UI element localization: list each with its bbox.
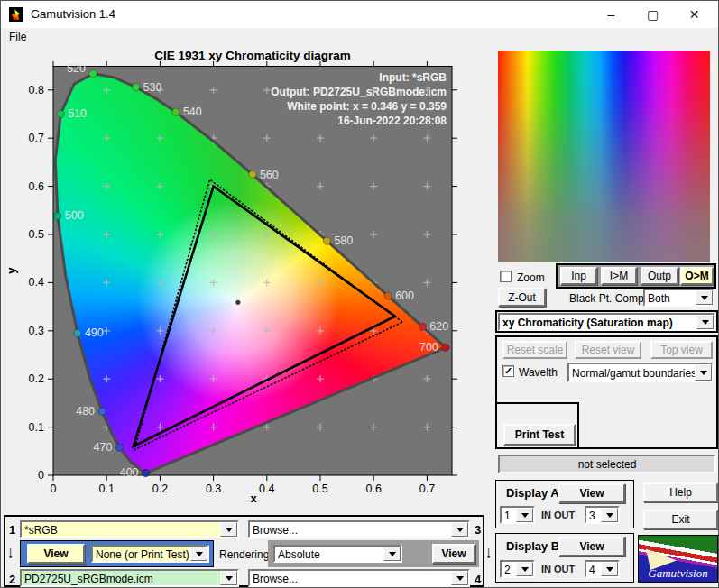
svg-text:540: 540 bbox=[183, 106, 202, 118]
display-b-title: Display B bbox=[506, 539, 559, 553]
app-icon bbox=[9, 7, 23, 22]
reset-scale-button[interactable]: Reset scale bbox=[502, 341, 567, 359]
o-to-m-button[interactable]: O>M bbox=[680, 267, 714, 285]
svg-text:400: 400 bbox=[120, 466, 139, 479]
svg-text:0.2: 0.2 bbox=[29, 372, 44, 385]
svg-text:0: 0 bbox=[38, 469, 44, 482]
print-test-option: None (or Print Test) bbox=[93, 547, 190, 561]
title-bar[interactable]: Gamutvision 1.4 – ▢ ✕ bbox=[1, 1, 718, 28]
output-profile-select[interactable]: PD2725U_sRGBmode.icm bbox=[20, 569, 239, 587]
dropdown-arrow-icon[interactable] bbox=[516, 508, 533, 522]
i-to-m-button[interactable]: I>M bbox=[601, 267, 637, 285]
zoom-checkbox[interactable] bbox=[500, 271, 512, 282]
input-profile-select[interactable]: *sRGB bbox=[20, 520, 239, 538]
black-pt-comp-label: Black Pt. Comp. bbox=[569, 292, 647, 305]
svg-text:500: 500 bbox=[65, 209, 84, 222]
svg-text:0.7: 0.7 bbox=[419, 482, 435, 495]
view-mode-select[interactable]: xy Chromaticity (Saturation map) bbox=[498, 313, 715, 331]
inp-button[interactable]: Inp bbox=[560, 267, 597, 285]
rendering-intent-select[interactable]: Absolute bbox=[273, 545, 402, 563]
display-b-out-select[interactable]: 4 bbox=[585, 560, 620, 578]
output-profile-value: PD2725U_sRGBmode.icm bbox=[22, 571, 220, 585]
boundaries-value: Normal/gamut boundaries bbox=[569, 364, 695, 381]
black-pt-comp-value: Both bbox=[645, 290, 696, 305]
status-field: not selected bbox=[498, 455, 716, 473]
boundaries-select[interactable]: Normal/gamut boundaries bbox=[567, 363, 714, 382]
browse-input-value: Browse... bbox=[250, 522, 451, 537]
maximize-icon[interactable]: ▢ bbox=[632, 1, 673, 28]
dropdown-arrow-icon[interactable] bbox=[601, 508, 618, 522]
dropdown-arrow-icon[interactable] bbox=[220, 522, 237, 537]
dropdown-arrow-icon[interactable] bbox=[695, 364, 712, 381]
svg-text:0.6: 0.6 bbox=[366, 482, 382, 495]
dropdown-arrow-icon[interactable] bbox=[220, 571, 237, 585]
annotation-input: Input: *sRGB bbox=[379, 71, 447, 84]
svg-text:0.5: 0.5 bbox=[312, 482, 327, 495]
dropdown-arrow-icon[interactable] bbox=[383, 547, 401, 561]
rendering-label: Rendering bbox=[219, 548, 269, 561]
plot-frame bbox=[53, 67, 452, 476]
print-test-button[interactable]: Print Test bbox=[503, 424, 576, 446]
svg-text:480: 480 bbox=[76, 405, 95, 418]
dropdown-arrow-icon[interactable] bbox=[696, 290, 713, 305]
dropdown-arrow-icon[interactable] bbox=[516, 562, 533, 576]
black-pt-comp-select[interactable]: Both bbox=[643, 289, 714, 307]
svg-text:700: 700 bbox=[419, 341, 438, 354]
view-output-button[interactable]: View bbox=[432, 544, 475, 564]
svg-text:0.3: 0.3 bbox=[29, 325, 44, 337]
dropdown-arrow-icon[interactable] bbox=[601, 562, 618, 576]
gamutvision-logo: Gamutvision bbox=[638, 535, 718, 583]
svg-text:0.5: 0.5 bbox=[29, 228, 44, 241]
svg-text:530: 530 bbox=[143, 81, 162, 94]
svg-text:0.3: 0.3 bbox=[206, 482, 221, 495]
input-profile-value: *sRGB bbox=[22, 522, 220, 537]
svg-text:0.4: 0.4 bbox=[29, 276, 44, 289]
dropdown-arrow-icon[interactable] bbox=[696, 315, 714, 329]
annotation-whitepoint: White point: x = 0.346 y = 0.359 bbox=[287, 100, 447, 113]
svg-text:580: 580 bbox=[334, 234, 353, 247]
z-out-button[interactable]: Z-Out bbox=[498, 288, 546, 307]
close-icon[interactable]: ✕ bbox=[674, 1, 714, 28]
view-mode-value: xy Chromaticity (Saturation map) bbox=[500, 315, 696, 329]
app-window: Gamutvision 1.4 – ▢ ✕ File CIE 1931 xy C… bbox=[0, 0, 719, 588]
chromaticity-chart[interactable]: CIE 1931 xy Chromaticity diagram Input: … bbox=[1, 42, 493, 513]
chart-svg[interactable]: CIE 1931 xy Chromaticity diagram Input: … bbox=[1, 42, 493, 513]
display-a-in-select[interactable]: 1 bbox=[500, 506, 535, 524]
slot2-label: 2 bbox=[9, 573, 15, 586]
top-view-button[interactable]: Top view bbox=[650, 341, 713, 359]
display-a-out-select[interactable]: 3 bbox=[585, 506, 620, 524]
exit-button[interactable]: Exit bbox=[643, 510, 718, 529]
browse-output-select[interactable]: Browse... bbox=[248, 569, 470, 587]
view-input-button[interactable]: View bbox=[27, 544, 85, 564]
browse-input-select[interactable]: Browse... bbox=[248, 520, 470, 538]
dropdown-arrow-icon[interactable] bbox=[190, 547, 207, 561]
display-b-view-button[interactable]: View bbox=[558, 537, 625, 556]
display-a-out-value: 3 bbox=[586, 508, 601, 522]
wavelth-label: Wavelth bbox=[519, 366, 558, 379]
svg-text:620: 620 bbox=[429, 320, 448, 333]
reset-view-button[interactable]: Reset view bbox=[575, 341, 641, 359]
svg-text:0.1: 0.1 bbox=[99, 482, 115, 495]
window-title: Gamutvision 1.4 bbox=[31, 7, 115, 21]
svg-text:0.1: 0.1 bbox=[29, 421, 44, 434]
slot3-label: 3 bbox=[475, 523, 481, 537]
logo-text: Gamutvision bbox=[639, 566, 717, 581]
saturation-map-image bbox=[498, 51, 710, 262]
flow-arrow-left-icon: ↓ bbox=[6, 544, 15, 561]
svg-text:0.2: 0.2 bbox=[152, 482, 168, 495]
check-icon: ✓ bbox=[504, 365, 512, 377]
dropdown-arrow-icon[interactable] bbox=[451, 571, 468, 585]
display-a-view-button[interactable]: View bbox=[558, 483, 625, 503]
wavelth-checkbox[interactable]: ✓ bbox=[502, 365, 514, 377]
outp-button[interactable]: Outp bbox=[641, 267, 678, 285]
svg-text:490: 490 bbox=[85, 326, 104, 339]
print-test-select[interactable]: None (or Print Test) bbox=[91, 545, 209, 563]
display-b-in-value: 2 bbox=[502, 562, 516, 576]
help-button[interactable]: Help bbox=[643, 482, 718, 502]
display-b-in-select[interactable]: 2 bbox=[500, 560, 535, 578]
dropdown-arrow-icon[interactable] bbox=[451, 522, 468, 537]
x-axis-label: x bbox=[250, 492, 257, 505]
display-a-inout-label: IN OUT bbox=[541, 510, 575, 520]
menu-file[interactable]: File bbox=[9, 31, 26, 43]
minimize-icon[interactable]: – bbox=[591, 1, 631, 28]
